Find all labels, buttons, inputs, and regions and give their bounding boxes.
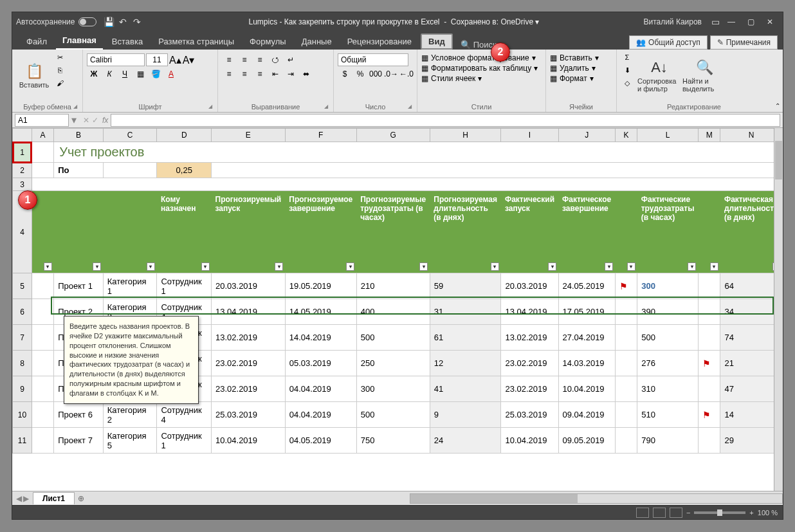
save-icon[interactable]: 💾 xyxy=(103,17,114,27)
collapse-ribbon-icon[interactable]: ⌃ xyxy=(775,102,780,109)
row-header-2[interactable]: 2 xyxy=(13,163,32,178)
maximize-button[interactable]: ▢ xyxy=(742,15,760,29)
fill-icon[interactable]: ⬇ xyxy=(621,66,634,78)
cell-a2[interactable] xyxy=(32,163,53,178)
cell[interactable]: 74 xyxy=(720,325,783,351)
cell[interactable]: Проект 6 xyxy=(54,402,104,428)
undo-icon[interactable]: ↶ xyxy=(117,17,129,27)
font-size-input[interactable] xyxy=(146,53,168,66)
horizontal-scrollbar[interactable] xyxy=(410,493,783,504)
title-cell[interactable]: Учет проектов xyxy=(54,142,783,163)
cell[interactable] xyxy=(32,428,53,454)
flag-cell[interactable] xyxy=(615,402,637,428)
cell[interactable]: 64 xyxy=(720,273,783,299)
cell[interactable]: Сотрудник 1 xyxy=(157,273,212,299)
col-header-c[interactable]: C xyxy=(103,129,157,142)
merge-icon[interactable]: ⬌ xyxy=(299,68,313,80)
col-header-b[interactable]: ▾ xyxy=(54,191,104,273)
dropdown-icon[interactable]: ▾ xyxy=(535,17,539,26)
tab-insert[interactable]: Вставка xyxy=(105,33,149,50)
row-header-5[interactable]: 5 xyxy=(13,273,32,299)
filter-icon[interactable]: ▾ xyxy=(44,262,52,271)
row-header-8[interactable]: 8 xyxy=(13,351,32,376)
user-name[interactable]: Виталий Каиров xyxy=(643,17,702,26)
name-box[interactable] xyxy=(15,114,69,127)
increase-indent-icon[interactable]: ⇥ xyxy=(284,68,298,80)
flag-cell[interactable] xyxy=(615,428,637,454)
cell[interactable]: 04.05.2019 xyxy=(285,428,356,454)
percent-icon[interactable]: % xyxy=(353,68,367,80)
filter-icon[interactable]: ▾ xyxy=(201,262,210,271)
col-header-i[interactable]: I xyxy=(501,129,558,142)
conditional-formatting-button[interactable]: ▦Условное форматирование ▾ xyxy=(421,53,538,62)
cell[interactable]: 300 xyxy=(637,273,699,299)
flag-cell[interactable] xyxy=(615,376,637,402)
row-header-3[interactable]: 3 xyxy=(13,178,32,191)
filter-icon[interactable]: ▾ xyxy=(605,262,613,271)
col-header-g[interactable]: Прогнозируемые трудозатраты (в часах)▾ xyxy=(356,191,430,273)
paste-button[interactable]: 📋 Вставить xyxy=(16,53,52,98)
cell[interactable]: 14 xyxy=(720,402,783,428)
cell[interactable]: 04.04.2019 xyxy=(285,376,356,402)
row-header-11[interactable]: 11 xyxy=(13,428,32,454)
cell[interactable]: 276 xyxy=(637,351,699,376)
filter-icon[interactable]: ▾ xyxy=(419,262,428,271)
number-dialog-icon[interactable]: ◢ xyxy=(408,104,414,110)
cell[interactable]: 210 xyxy=(356,273,430,299)
font-color-icon[interactable]: A xyxy=(164,68,178,80)
redo-icon[interactable]: ↷ xyxy=(131,17,143,27)
flag-cell[interactable] xyxy=(698,299,720,325)
cell[interactable]: 09.04.2019 xyxy=(558,402,615,428)
cell[interactable]: 400 xyxy=(356,299,430,325)
filter-icon[interactable]: ▾ xyxy=(491,262,499,271)
cell[interactable]: 24 xyxy=(430,428,501,454)
increase-decimal-icon[interactable]: .0→ xyxy=(384,68,398,80)
tab-review[interactable]: Рецензирование xyxy=(341,33,418,50)
cancel-formula-icon[interactable]: ✕ xyxy=(83,116,89,125)
autosave-toggle[interactable]: Автосохранение xyxy=(16,17,96,26)
cell[interactable]: 500 xyxy=(637,325,699,351)
cell[interactable]: 12 xyxy=(430,351,501,376)
comments-button[interactable]: ✎ Примечания xyxy=(710,35,778,50)
col-header-j[interactable]: Фактическое завершение▾ xyxy=(558,191,615,273)
tab-view[interactable]: Вид xyxy=(421,33,453,50)
format-painter-icon[interactable]: 🖌 xyxy=(53,79,66,91)
cell[interactable]: 31 xyxy=(430,299,501,325)
cell[interactable]: 9 xyxy=(430,402,501,428)
cell[interactable]: 750 xyxy=(356,428,430,454)
accept-formula-icon[interactable]: ✓ xyxy=(92,116,98,125)
filter-icon[interactable]: ▾ xyxy=(147,262,155,271)
row-3-cells[interactable] xyxy=(32,178,782,191)
row-header-6[interactable]: 6 xyxy=(13,299,32,325)
col-header-m[interactable]: M xyxy=(698,129,720,142)
share-button[interactable]: 👥 Общий доступ xyxy=(629,35,708,50)
flag-cell[interactable] xyxy=(698,273,720,299)
col-header-h[interactable]: Прогнозируемая длительность (в днях)▾ xyxy=(430,191,501,273)
cell[interactable]: 10.04.2019 xyxy=(212,428,286,454)
zoom-level[interactable]: 100 % xyxy=(758,509,778,517)
ribbon-options-icon[interactable]: ▭ xyxy=(709,17,721,27)
cell[interactable] xyxy=(32,402,53,428)
comma-icon[interactable]: 000 xyxy=(369,68,383,80)
copy-icon[interactable]: ⎘ xyxy=(53,66,66,78)
align-right-icon[interactable]: ≡ xyxy=(253,68,267,80)
cell[interactable]: Сотрудник 4 xyxy=(157,402,212,428)
cell[interactable]: 04.04.2019 xyxy=(285,402,356,428)
cell[interactable]: 14.03.2019 xyxy=(558,351,615,376)
orientation-icon[interactable]: ⭯ xyxy=(268,53,282,66)
decrease-decimal-icon[interactable]: ←.0 xyxy=(399,68,414,80)
flag-cell[interactable] xyxy=(698,325,720,351)
tab-data[interactable]: Данные xyxy=(295,33,338,50)
format-as-table-button[interactable]: ▦Форматировать как таблицу ▾ xyxy=(421,64,538,73)
page-layout-view-icon[interactable] xyxy=(653,508,666,518)
col-header-c[interactable]: ▾ xyxy=(103,191,157,273)
cell[interactable]: 34 xyxy=(720,299,783,325)
col-header-f[interactable]: Прогнозируемое завершение▾ xyxy=(285,191,356,273)
cell[interactable]: 10.04.2019 xyxy=(501,428,558,454)
cell[interactable]: 17.05.2019 xyxy=(558,299,615,325)
cell[interactable]: 41 xyxy=(430,376,501,402)
hscroll-thumb[interactable] xyxy=(410,494,578,503)
cell[interactable]: 310 xyxy=(637,376,699,402)
find-select-button[interactable]: 🔍 Найти и выделить xyxy=(682,53,726,98)
cell-styles-button[interactable]: ▦Стили ячеек ▾ xyxy=(421,74,538,83)
